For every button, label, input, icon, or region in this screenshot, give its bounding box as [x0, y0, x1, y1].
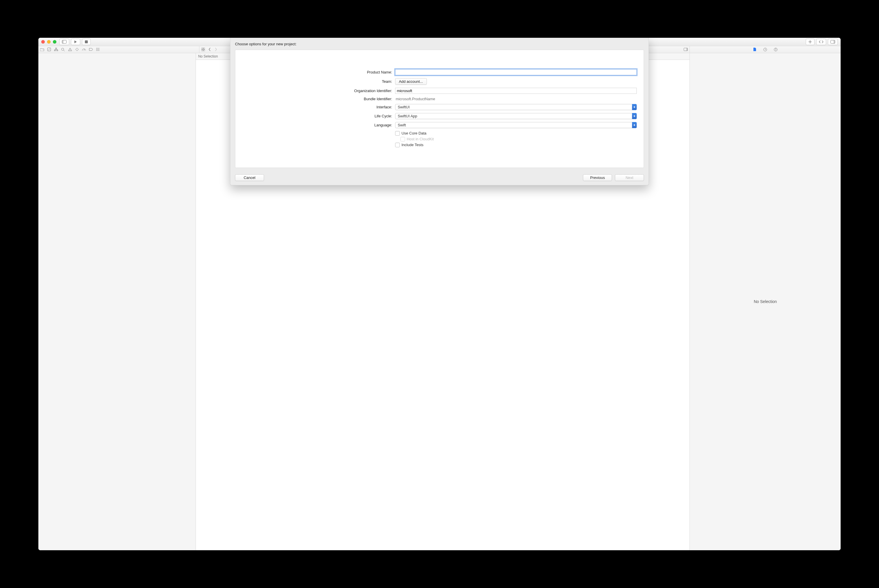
bundle-identifier-row: Bundle Identifier: microsoft.ProductName	[242, 97, 637, 101]
file-icon	[753, 47, 756, 51]
svg-rect-17	[203, 50, 205, 51]
close-window-button[interactable]	[41, 40, 45, 44]
language-row: Language: Swift	[242, 122, 637, 128]
team-label: Team:	[242, 79, 395, 84]
language-select-value: Swift	[398, 123, 406, 127]
symbol-navigator-tab[interactable]	[54, 47, 58, 51]
svg-rect-8	[57, 50, 58, 51]
left-toolbar-group	[59, 39, 91, 45]
language-label: Language:	[242, 123, 395, 127]
chevron-left-icon	[209, 48, 211, 51]
stop-icon	[85, 40, 88, 43]
life-cycle-select[interactable]: SwiftUI App	[395, 113, 637, 119]
inspector-pane: No Selection	[690, 53, 841, 550]
jump-back-button[interactable]	[207, 47, 212, 51]
breakpoint-navigator-tab[interactable]	[89, 47, 93, 51]
history-inspector-tab[interactable]	[763, 47, 767, 51]
test-navigator-tab[interactable]	[75, 47, 79, 51]
checkbox-box-icon	[395, 142, 400, 147]
svg-rect-1	[62, 40, 63, 43]
stepper-icon	[632, 113, 637, 119]
stop-button[interactable]	[82, 39, 91, 45]
sidebar-left-icon	[62, 40, 66, 44]
sidebar-right-icon	[831, 40, 835, 44]
folder-icon	[40, 48, 44, 51]
jump-forward-button[interactable]	[214, 47, 218, 51]
svg-point-9	[62, 48, 64, 50]
inspector-no-selection-label: No Selection	[754, 299, 777, 304]
bundle-identifier-label: Bundle Identifier:	[242, 97, 395, 101]
svg-rect-16	[201, 50, 203, 51]
report-navigator-tab[interactable]	[96, 47, 100, 51]
debug-navigator-tab[interactable]	[82, 47, 86, 51]
svg-rect-4	[834, 40, 835, 43]
svg-rect-6	[56, 48, 57, 48]
zoom-window-button[interactable]	[53, 40, 56, 44]
include-tests-checkbox[interactable]: Include Tests	[395, 142, 424, 147]
org-identifier-field[interactable]	[395, 88, 637, 94]
svg-rect-19	[687, 48, 688, 51]
list-icon	[96, 48, 100, 51]
life-cycle-label: Life Cycle:	[242, 114, 395, 118]
stepper-icon	[632, 104, 637, 110]
interface-label: Interface:	[242, 105, 395, 109]
related-items-button[interactable]	[201, 47, 205, 51]
svg-point-10	[70, 50, 70, 50]
cancel-button[interactable]: Cancel	[235, 174, 264, 181]
team-row: Team: Add account...	[242, 78, 637, 85]
inspector-selector	[690, 46, 841, 53]
plus-icon	[808, 40, 812, 44]
navigator-selector	[38, 46, 200, 53]
previous-button[interactable]: Previous	[583, 174, 612, 181]
arrows-left-right-icon	[819, 40, 823, 43]
code-review-button[interactable]	[816, 39, 826, 45]
language-select[interactable]: Swift	[395, 122, 637, 128]
source-control-navigator-tab[interactable]	[47, 47, 51, 51]
editor-layout-button[interactable]	[684, 47, 688, 51]
warning-icon	[68, 48, 72, 51]
svg-rect-14	[201, 48, 203, 49]
add-account-button[interactable]: Add account...	[395, 78, 427, 85]
breakpoint-icon	[89, 48, 93, 51]
sheet-footer: Cancel Previous Next	[235, 174, 644, 181]
help-inspector-tab[interactable]	[774, 47, 778, 51]
include-tests-label: Include Tests	[401, 142, 424, 147]
interface-row: Interface: SwiftUI	[242, 104, 637, 110]
toggle-inspector-button[interactable]	[828, 39, 838, 45]
life-cycle-select-value: SwiftUI App	[398, 114, 417, 118]
svg-rect-2	[85, 40, 88, 43]
host-cloudkit-label: Host in CloudKit	[407, 137, 434, 141]
product-name-row: Product Name:	[242, 69, 637, 75]
diamond-icon	[75, 48, 79, 51]
clock-icon	[763, 48, 767, 51]
play-icon	[74, 40, 77, 44]
traffic-lights	[41, 40, 56, 44]
product-name-label: Product Name:	[242, 70, 395, 74]
find-navigator-tab[interactable]	[61, 47, 65, 51]
use-core-data-checkbox[interactable]: Use Core Data	[395, 131, 427, 136]
file-inspector-tab[interactable]	[753, 47, 757, 51]
toggle-navigator-button[interactable]	[59, 39, 69, 45]
search-icon	[61, 48, 65, 51]
gauge-icon	[82, 48, 86, 51]
sheet-form: Product Name: Team: Add account... Organ…	[235, 50, 644, 168]
xcode-window: No Selection No Selection Choose options…	[38, 38, 841, 550]
bundle-identifier-value: microsoft.ProductName	[395, 97, 435, 101]
issue-navigator-tab[interactable]	[68, 47, 72, 51]
org-identifier-row: Organization Identifier:	[242, 88, 637, 94]
svg-point-22	[775, 50, 776, 51]
branch-square-icon	[47, 48, 51, 51]
project-navigator-tab[interactable]	[40, 47, 44, 51]
editor-no-selection-label: No Selection	[198, 54, 218, 58]
add-button[interactable]	[806, 39, 814, 45]
use-core-data-label: Use Core Data	[401, 131, 427, 135]
run-button[interactable]	[71, 39, 80, 45]
product-name-field[interactable]	[395, 69, 637, 75]
checkbox-group-row: Use Core Data Host in CloudKit Include T…	[242, 131, 637, 148]
svg-point-11	[96, 48, 97, 48]
svg-rect-7	[54, 50, 56, 51]
svg-point-13	[96, 50, 97, 51]
interface-select[interactable]: SwiftUI	[395, 104, 637, 110]
interface-select-value: SwiftUI	[398, 105, 410, 109]
minimize-window-button[interactable]	[47, 40, 51, 44]
